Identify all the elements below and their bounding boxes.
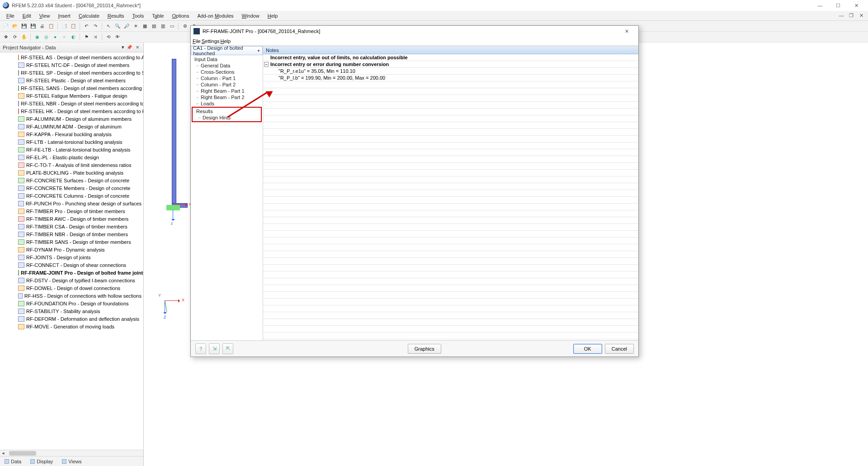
paste-icon[interactable]: 📋 (69, 22, 77, 30)
tree-item[interactable]: RF-TIMBER CSA - Design of timber members (18, 223, 143, 230)
save-all-icon[interactable]: 💾 (29, 22, 37, 30)
tree-item[interactable]: RF-STEEL SP - Design of steel members ac… (18, 69, 143, 76)
navigator-hscroll[interactable]: ◂ (0, 450, 143, 456)
cancel-button[interactable]: Cancel (605, 344, 634, 354)
close-panel-icon[interactable]: ✕ (134, 45, 141, 50)
graphics-button[interactable]: Graphics (408, 344, 441, 354)
mdi-close[interactable]: ✕ (856, 13, 866, 19)
tree-item[interactable]: RF-TIMBER AWC - Design of timber members (18, 215, 143, 223)
sun-icon[interactable]: ☀ (132, 22, 140, 30)
tree-item[interactable]: RF-EL-PL - Elastic-plastic design (18, 153, 143, 161)
tree-item[interactable]: RF-TIMBER SANS - Design of timber member… (18, 238, 143, 246)
save-icon[interactable]: 💾 (20, 22, 28, 30)
grid2-icon[interactable]: ▤ (150, 22, 158, 30)
pan-icon[interactable]: ✋ (20, 33, 28, 41)
axis-icon[interactable]: ⤭ (91, 33, 99, 41)
tree-item[interactable]: RF-DEFORM - Deformation and deflection a… (18, 315, 143, 323)
export2-button[interactable]: ⇱ (222, 343, 233, 354)
case-select[interactable]: CA1 - Design of bolted haunched ▼ (191, 46, 263, 55)
tree-input-data[interactable]: Input Data (191, 56, 263, 62)
minimize-button[interactable]: — (811, 0, 829, 10)
menu-view[interactable]: View (36, 12, 54, 19)
tree-child[interactable]: Loads (191, 100, 263, 107)
tab-data[interactable]: Data (0, 458, 26, 465)
model4-icon[interactable]: ○ (60, 33, 68, 41)
model1-icon[interactable]: ◉ (33, 33, 41, 41)
tree-item[interactable]: RF-STEEL NBR - Design of steel members a… (18, 100, 143, 107)
tree-item[interactable]: RF-TIMBER NBR - Design of timber members (18, 230, 143, 238)
model2-icon[interactable]: ◎ (42, 33, 50, 41)
notes-grid[interactable]: Incorrect entry, value out of limits, no… (263, 54, 638, 340)
tree-item[interactable]: RF-DSTV - Design of typified I-beam conn… (18, 276, 143, 284)
ok-button[interactable]: OK (573, 344, 602, 354)
layers-icon[interactable]: ▭ (168, 22, 176, 30)
tree-item[interactable]: RF-PUNCH Pro - Punching shear design of … (18, 200, 143, 207)
tree-item[interactable]: RF-CONCRETE Surfaces - Design of concret… (18, 176, 143, 184)
notes-row[interactable]: "R_P_l.b" = 199.90, Min = 200.00, Max = … (263, 75, 638, 81)
tree-child[interactable]: Cross-Sections (191, 69, 263, 75)
notes-row[interactable]: "R_P_r.e1u" = 35.05, Min = 110.10 (263, 68, 638, 75)
notes-row[interactable]: −Incorrect entry or error during number … (263, 61, 638, 68)
tree-item[interactable]: RF-STEEL SANS - Design of steel members … (18, 84, 143, 92)
menu-results[interactable]: Results (104, 12, 128, 19)
dlg-menu-file[interactable]: File (193, 38, 201, 44)
menu-window[interactable]: Window (238, 12, 263, 19)
menu-help[interactable]: Help (264, 12, 282, 19)
menu-options[interactable]: Options (168, 12, 193, 19)
tree-item[interactable]: RF-STEEL NTC-DF - Design of steel member… (18, 61, 143, 69)
tree-item[interactable]: RF-STEEL HK - Design of steel members ac… (18, 107, 143, 115)
tree-item[interactable]: RF-KAPPA - Flexural buckling analysis (18, 130, 143, 138)
open-icon[interactable]: 📂 (11, 22, 19, 30)
copy-icon[interactable]: 📑 (60, 22, 68, 30)
tree-item[interactable]: RF-TIMBER Pro - Design of timber members (18, 207, 143, 215)
tree-results[interactable]: Results (193, 108, 261, 114)
dialog-tree[interactable]: Input Data General DataCross-SectionsCol… (191, 55, 263, 340)
doc-icon[interactable]: 📋 (47, 22, 55, 30)
tree-item[interactable]: RF-DOWEL - Design of dowel connections (18, 284, 143, 292)
tree-item[interactable]: RF-STABILITY - Stability analysis (18, 307, 143, 315)
tree-child[interactable]: General Data (191, 62, 263, 69)
pin-icon[interactable]: 📌 (126, 45, 132, 50)
print-icon[interactable]: 🖨 (38, 22, 46, 30)
close-button[interactable]: ✕ (847, 0, 865, 10)
menu-table[interactable]: Table (148, 12, 167, 19)
tree-item[interactable]: RF-ALUMINUM ADM - Design of aluminum (18, 123, 143, 130)
menu-insert[interactable]: Insert (54, 12, 74, 19)
model3-icon[interactable]: ● (51, 33, 59, 41)
tree-item[interactable]: RF-CONCRETE Columns - Design of concrete (18, 192, 143, 200)
menu-file[interactable]: File (3, 12, 18, 19)
tree-item[interactable]: RF-CONCRETE Members - Design of concrete (18, 184, 143, 192)
tree-child[interactable]: Column - Part 1 (191, 75, 263, 81)
table-icon[interactable]: ▥ (159, 22, 167, 30)
menu-edit[interactable]: Edit (19, 12, 35, 19)
navigator-tree[interactable]: RF-STEEL AS - Design of steel members ac… (0, 52, 143, 450)
tree-item[interactable]: RF-FE-LTB - Lateral-torsional buckling a… (18, 146, 143, 153)
dlg-menu-settings[interactable]: Settings (202, 38, 220, 44)
tree-item[interactable]: RF-MOVE - Generation of moving loads (18, 323, 143, 330)
tree-item[interactable]: RF-C-TO-T - Analysis of limit slendernes… (18, 161, 143, 169)
view-icon[interactable]: 👁 (113, 33, 122, 41)
tree-item[interactable]: RF-JOINTS - Design of joints (18, 253, 143, 261)
tree-item[interactable]: RF-CONNECT - Design of shear connections (18, 261, 143, 269)
dialog-titlebar[interactable]: RF-FRAME-JOINT Pro - [004768_201014_Rahm… (191, 26, 638, 37)
notes-row[interactable]: Incorrect entry, value out of limits, no… (263, 54, 638, 61)
tab-views[interactable]: Views (57, 458, 86, 465)
collapse-icon[interactable]: − (264, 62, 269, 67)
tree-item[interactable]: RF-STEEL Plastic - Design of steel membe… (18, 76, 143, 84)
tree-item[interactable]: RF-STEEL AS - Design of steel members ac… (18, 53, 143, 61)
new-icon[interactable]: 📄 (2, 22, 10, 30)
tree-child[interactable]: Right Beam - Part 2 (191, 94, 263, 100)
redo-icon[interactable]: ↷ (91, 22, 99, 30)
tree-child[interactable]: Right Beam - Part 1 (191, 88, 263, 94)
dropdown-icon[interactable]: ▾ (122, 44, 124, 50)
find-icon[interactable]: 🔍 (113, 22, 122, 30)
dlg-menu-help[interactable]: Help (221, 38, 231, 44)
tree-item[interactable]: RF-FOUNDATION Pro - Design of foundation… (18, 300, 143, 307)
tree-item[interactable]: RF-LTB - Lateral-torsional buckling anal… (18, 138, 143, 146)
tree-item[interactable]: PLATE-BUCKLING - Plate buckling analysis (18, 169, 143, 176)
tree-item[interactable]: RF-STEEL Fatigue Members - Fatigue desig… (18, 92, 143, 100)
tab-display[interactable]: Display (26, 458, 57, 465)
flag-icon[interactable]: ⚑ (82, 33, 90, 41)
menu-calculate[interactable]: Calculate (75, 12, 103, 19)
maximize-button[interactable]: ☐ (829, 0, 847, 10)
